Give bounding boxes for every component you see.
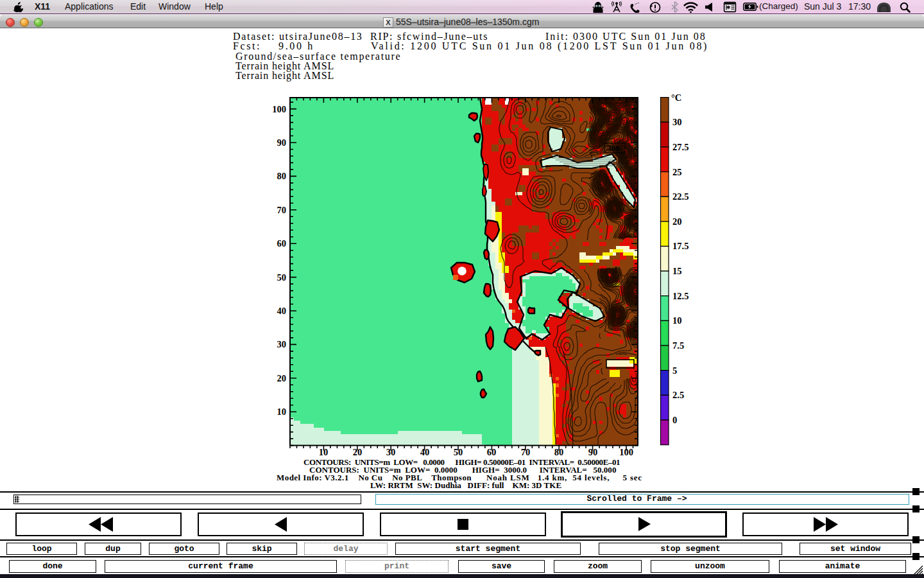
svg-text:17.5: 17.5 (672, 241, 689, 251)
svg-text:70: 70 (521, 447, 531, 457)
svg-text:50: 50 (454, 447, 463, 457)
svg-text:15: 15 (672, 266, 682, 276)
svg-text:20: 20 (672, 216, 682, 227)
svg-text:30: 30 (672, 117, 682, 127)
svg-text:30: 30 (277, 339, 287, 349)
svg-text:22.5: 22.5 (672, 191, 689, 202)
svg-text:80: 80 (554, 447, 564, 457)
svg-text:300: 300 (607, 143, 620, 153)
svg-text:10: 10 (319, 447, 329, 457)
svg-text:20: 20 (353, 447, 363, 457)
svg-text:7.5: 7.5 (672, 340, 684, 351)
svg-text:5: 5 (672, 365, 677, 376)
svg-text:60: 60 (277, 238, 287, 249)
svg-text:90: 90 (277, 137, 287, 148)
svg-text:°C: °C (671, 92, 681, 103)
svg-text:80: 80 (277, 171, 287, 181)
svg-text:70: 70 (277, 205, 287, 215)
svg-text:25: 25 (672, 167, 682, 177)
svg-text:10: 10 (277, 407, 287, 417)
svg-text:40: 40 (420, 447, 430, 457)
svg-text:100: 100 (619, 447, 633, 457)
svg-text:60: 60 (487, 447, 497, 457)
svg-text:0: 0 (672, 415, 677, 425)
svg-text:100: 100 (272, 104, 286, 114)
svg-text:27.5: 27.5 (672, 142, 689, 152)
svg-text:10: 10 (672, 315, 682, 326)
svg-text:40: 40 (277, 306, 287, 316)
svg-text:30: 30 (386, 447, 396, 457)
svg-text:20: 20 (277, 373, 287, 383)
svg-text:90: 90 (588, 447, 598, 457)
svg-text:12.5: 12.5 (672, 291, 689, 301)
svg-text:2.5: 2.5 (672, 390, 684, 400)
svg-text:50: 50 (277, 272, 287, 283)
